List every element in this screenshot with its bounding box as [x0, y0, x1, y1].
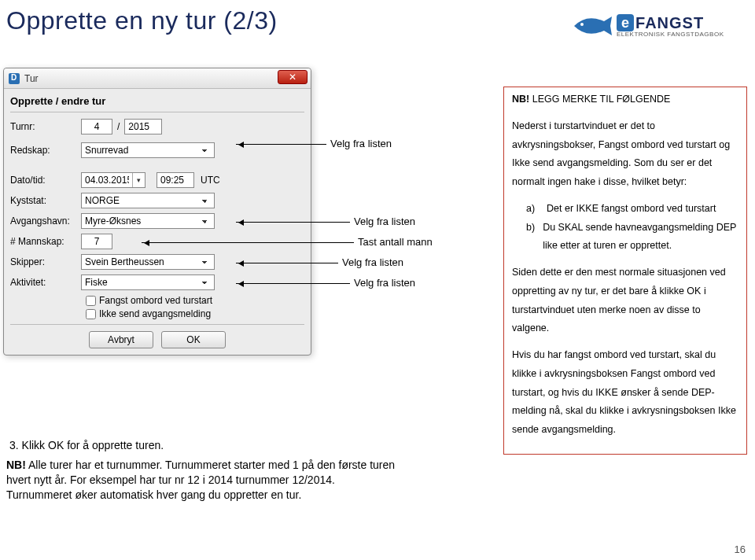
logo-subtitle: ELEKTRONISK FANGSTDAGBOK — [617, 31, 724, 38]
mannskap-input[interactable] — [81, 234, 112, 249]
titlebar: Tur ✕ — [4, 68, 311, 89]
note-p4: Hvis du har fangst ombord ved turstart, … — [512, 346, 738, 440]
page-number: 16 — [735, 543, 746, 555]
arrow-4 — [236, 263, 338, 263]
arrow-2 — [236, 222, 350, 223]
label-kyststat: Kyststat: — [10, 195, 81, 206]
anno-2: Velg fra listen — [354, 216, 415, 227]
slash: / — [117, 121, 120, 132]
logo-brand: FANGST — [635, 15, 704, 31]
fish-icon — [573, 12, 612, 40]
turnr-year-input[interactable] — [124, 119, 162, 134]
label-redskap: Redskap: — [10, 145, 81, 156]
aktivitet-select[interactable] — [81, 274, 215, 290]
fangst-ombord-checkbox[interactable] — [86, 296, 96, 306]
label-datotid: Dato/tid: — [10, 175, 81, 186]
fangst-ombord-label: Fangst ombord ved turstart — [99, 295, 212, 306]
page-title: Opprette en ny tur (2/3) — [6, 6, 278, 35]
arrow-3 — [142, 242, 354, 243]
anno-5: Velg fra listen — [354, 277, 415, 289]
anno-3: Tast antall mann — [358, 236, 433, 248]
arrow-1 — [236, 144, 326, 145]
note-p3: Siden dette er den mest normale situasjo… — [512, 263, 738, 338]
note-item-a: a)Det er IKKE fangst ombord ved turstart — [526, 200, 738, 219]
note-p2: Nederst i turstartvinduet er det to avkr… — [512, 117, 738, 192]
avgangshavn-select[interactable] — [81, 213, 215, 229]
note-heading: NB! LEGG MERKE TIL FØLGENDE — [512, 90, 738, 109]
kyststat-select[interactable] — [81, 193, 215, 208]
anno-1: Velg fra listen — [330, 138, 392, 149]
redskap-select[interactable] — [81, 142, 215, 158]
ikke-send-label: Ikke send avgangsmelding — [99, 308, 211, 319]
cancel-button[interactable]: Avbryt — [89, 331, 153, 348]
divider — [10, 112, 304, 112]
note-list: a)Det er IKKE fangst ombord ved turstart… — [512, 200, 738, 256]
turnr-num-input[interactable] — [81, 119, 112, 134]
svg-point-0 — [580, 23, 584, 26]
tz-label: UTC — [201, 175, 220, 186]
label-avgangshavn: Avgangshavn: — [10, 216, 81, 227]
skipper-select[interactable] — [81, 254, 215, 270]
logo-e-badge: e — [617, 14, 634, 31]
tid-input[interactable] — [157, 172, 194, 188]
step-3: 3. Klikk OK for å opprette turen. — [9, 439, 164, 451]
close-button[interactable]: ✕ — [278, 70, 308, 84]
calendar-dropdown-icon[interactable]: ▾ — [132, 173, 145, 187]
label-skipper: Skipper: — [10, 256, 81, 267]
bottom-nb: NB! Alle turer har et turnummer. Turnumm… — [6, 458, 400, 503]
section-title: Opprette / endre tur — [10, 95, 304, 107]
tur-dialog: Tur ✕ Opprette / endre tur Turnr: / Reds… — [3, 68, 311, 356]
close-icon: ✕ — [289, 72, 296, 83]
dialog-title: Tur — [24, 73, 39, 84]
label-aktivitet: Aktivitet: — [10, 277, 81, 288]
arrow-5 — [236, 283, 350, 284]
anno-4: Velg fra listen — [342, 256, 403, 268]
label-mannskap: # Mannskap: — [10, 236, 81, 247]
ok-button[interactable]: OK — [161, 331, 226, 348]
ikke-send-checkbox[interactable] — [86, 309, 96, 319]
dato-field[interactable] — [82, 174, 132, 186]
dato-input[interactable]: ▾ — [81, 172, 145, 188]
note-item-b: b)Du SKAL sende havneavgangsmelding DEP … — [526, 219, 738, 256]
logo: e FANGST ELEKTRONISK FANGSTDAGBOK — [573, 6, 746, 46]
app-icon — [9, 73, 20, 84]
note-box: NB! LEGG MERKE TIL FØLGENDE Nederst i tu… — [503, 87, 747, 455]
label-turnr: Turnr: — [10, 121, 81, 132]
